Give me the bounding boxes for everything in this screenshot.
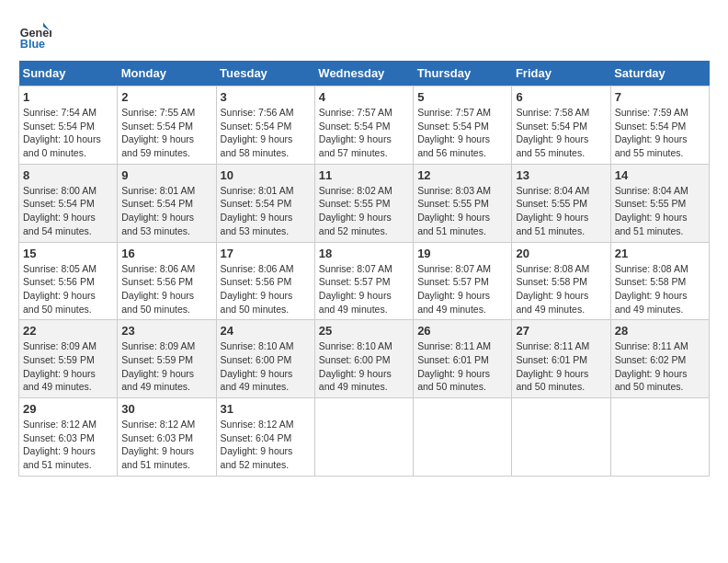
sunrise-label: Sunrise: 8:06 AM [121, 263, 195, 274]
col-header-tuesday: Tuesday [216, 61, 314, 86]
day-number: 27 [516, 324, 606, 338]
sunrise-label: Sunrise: 8:10 AM [221, 340, 294, 351]
empty-cell [314, 398, 413, 477]
day-cell-12: 12 Sunrise: 8:03 AM Sunset: 5:55 PM Dayl… [414, 164, 512, 242]
sunset-label: Sunset: 5:58 PM [615, 276, 687, 287]
sunset-label: Sunset: 5:55 PM [319, 198, 391, 209]
day-info: Sunrise: 8:01 AM Sunset: 5:54 PM Dayligh… [221, 184, 311, 238]
sunset-label: Sunset: 5:55 PM [615, 198, 687, 209]
day-info: Sunrise: 8:10 AM Sunset: 6:00 PM Dayligh… [319, 339, 409, 394]
daylight-label: Daylight: 9 hours and 54 minutes. [23, 212, 96, 236]
day-cell-1: 1 Sunrise: 7:54 AM Sunset: 5:54 PM Dayli… [19, 86, 118, 165]
day-number: 16 [121, 247, 211, 260]
day-number: 7 [615, 90, 705, 104]
sunrise-label: Sunrise: 8:07 AM [319, 263, 392, 274]
sunset-label: Sunset: 6:01 PM [417, 354, 489, 365]
sunset-label: Sunset: 6:04 PM [221, 432, 292, 443]
empty-cell [414, 398, 512, 477]
day-number: 20 [516, 247, 606, 260]
sunset-label: Sunset: 5:54 PM [221, 121, 292, 132]
sunrise-label: Sunrise: 8:09 AM [23, 340, 97, 351]
day-number: 1 [23, 90, 113, 104]
sunrise-label: Sunrise: 8:04 AM [516, 185, 589, 196]
sunset-label: Sunset: 5:54 PM [121, 121, 193, 132]
day-number: 28 [615, 324, 705, 338]
day-cell-13: 13 Sunrise: 8:04 AM Sunset: 5:55 PM Dayl… [512, 164, 610, 242]
day-info: Sunrise: 8:10 AM Sunset: 6:00 PM Dayligh… [221, 339, 311, 394]
day-number: 31 [221, 402, 311, 416]
sunrise-label: Sunrise: 7:56 AM [221, 107, 294, 118]
sunset-label: Sunset: 6:03 PM [23, 432, 95, 443]
day-number: 29 [23, 402, 113, 416]
day-info: Sunrise: 7:54 AM Sunset: 5:54 PM Dayligh… [23, 106, 113, 160]
day-number: 13 [516, 168, 606, 182]
sunset-label: Sunset: 5:54 PM [319, 121, 391, 132]
day-cell-5: 5 Sunrise: 7:57 AM Sunset: 5:54 PM Dayli… [414, 86, 512, 165]
daylight-label: Daylight: 9 hours and 59 minutes. [121, 133, 194, 158]
empty-cell [512, 398, 610, 477]
day-cell-29: 29 Sunrise: 8:12 AM Sunset: 6:03 PM Dayl… [19, 398, 118, 477]
daylight-label: Daylight: 9 hours and 55 minutes. [615, 133, 688, 158]
sunrise-label: Sunrise: 8:12 AM [23, 419, 97, 430]
day-number: 5 [417, 90, 507, 104]
daylight-label: Daylight: 9 hours and 50 minutes. [121, 290, 194, 315]
daylight-label: Daylight: 9 hours and 58 minutes. [221, 133, 293, 158]
sunrise-label: Sunrise: 8:00 AM [23, 185, 97, 196]
day-info: Sunrise: 8:12 AM Sunset: 6:04 PM Dayligh… [221, 418, 311, 472]
sunset-label: Sunset: 5:54 PM [121, 198, 193, 209]
col-header-thursday: Thursday [414, 61, 512, 86]
sunrise-label: Sunrise: 8:01 AM [121, 185, 195, 196]
header-row: SundayMondayTuesdayWednesdayThursdayFrid… [19, 61, 710, 86]
day-number: 11 [319, 168, 409, 182]
day-cell-26: 26 Sunrise: 8:11 AM Sunset: 6:01 PM Dayl… [414, 320, 512, 398]
day-cell-6: 6 Sunrise: 7:58 AM Sunset: 5:54 PM Dayli… [512, 86, 610, 165]
day-cell-9: 9 Sunrise: 8:01 AM Sunset: 5:54 PM Dayli… [118, 164, 216, 242]
day-number: 10 [221, 168, 311, 182]
daylight-label: Daylight: 9 hours and 52 minutes. [319, 212, 392, 236]
sunrise-label: Sunrise: 8:03 AM [417, 185, 491, 196]
daylight-label: Daylight: 9 hours and 51 minutes. [417, 212, 490, 236]
week-row-1: 1 Sunrise: 7:54 AM Sunset: 5:54 PM Dayli… [19, 86, 710, 165]
sunrise-label: Sunrise: 8:11 AM [516, 340, 589, 351]
calendar-table: SundayMondayTuesdayWednesdayThursdayFrid… [18, 61, 710, 477]
daylight-label: Daylight: 9 hours and 55 minutes. [516, 133, 588, 158]
sunset-label: Sunset: 6:00 PM [221, 354, 292, 365]
daylight-label: Daylight: 9 hours and 49 minutes. [121, 368, 194, 393]
sunset-label: Sunset: 5:54 PM [615, 121, 687, 132]
col-header-wednesday: Wednesday [314, 61, 413, 86]
sunrise-label: Sunrise: 8:05 AM [23, 263, 97, 274]
day-number: 14 [615, 168, 705, 182]
day-number: 18 [319, 247, 409, 260]
daylight-label: Daylight: 9 hours and 51 minutes. [516, 212, 588, 236]
daylight-label: Daylight: 10 hours and 0 minutes. [23, 133, 101, 158]
sunrise-label: Sunrise: 8:08 AM [615, 263, 688, 274]
sunset-label: Sunset: 5:56 PM [221, 276, 292, 287]
svg-text:Blue: Blue [20, 38, 45, 51]
day-number: 9 [121, 168, 211, 182]
sunset-label: Sunset: 5:54 PM [221, 198, 292, 209]
week-row-5: 29 Sunrise: 8:12 AM Sunset: 6:03 PM Dayl… [19, 398, 710, 477]
day-cell-21: 21 Sunrise: 8:08 AM Sunset: 5:58 PM Dayl… [610, 242, 709, 320]
sunset-label: Sunset: 5:56 PM [23, 276, 95, 287]
daylight-label: Daylight: 9 hours and 49 minutes. [319, 290, 392, 315]
day-cell-27: 27 Sunrise: 8:11 AM Sunset: 6:01 PM Dayl… [512, 320, 610, 398]
sunrise-label: Sunrise: 7:59 AM [615, 107, 688, 118]
empty-cell [610, 398, 709, 477]
day-cell-3: 3 Sunrise: 7:56 AM Sunset: 5:54 PM Dayli… [216, 86, 314, 165]
sunset-label: Sunset: 5:54 PM [516, 121, 587, 132]
header: General Blue [18, 18, 710, 52]
sunrise-label: Sunrise: 8:01 AM [221, 185, 294, 196]
day-info: Sunrise: 8:04 AM Sunset: 5:55 PM Dayligh… [615, 184, 705, 238]
daylight-label: Daylight: 9 hours and 49 minutes. [615, 290, 688, 315]
daylight-label: Daylight: 9 hours and 56 minutes. [417, 133, 490, 158]
day-info: Sunrise: 8:06 AM Sunset: 5:56 PM Dayligh… [121, 262, 211, 316]
day-cell-28: 28 Sunrise: 8:11 AM Sunset: 6:02 PM Dayl… [610, 320, 709, 398]
day-cell-18: 18 Sunrise: 8:07 AM Sunset: 5:57 PM Dayl… [314, 242, 413, 320]
sunrise-label: Sunrise: 8:04 AM [615, 185, 688, 196]
day-cell-30: 30 Sunrise: 8:12 AM Sunset: 6:03 PM Dayl… [118, 398, 216, 477]
day-number: 24 [221, 324, 311, 338]
day-info: Sunrise: 8:09 AM Sunset: 5:59 PM Dayligh… [121, 339, 211, 394]
day-cell-19: 19 Sunrise: 8:07 AM Sunset: 5:57 PM Dayl… [414, 242, 512, 320]
week-row-3: 15 Sunrise: 8:05 AM Sunset: 5:56 PM Dayl… [19, 242, 710, 320]
sunset-label: Sunset: 5:55 PM [516, 198, 587, 209]
